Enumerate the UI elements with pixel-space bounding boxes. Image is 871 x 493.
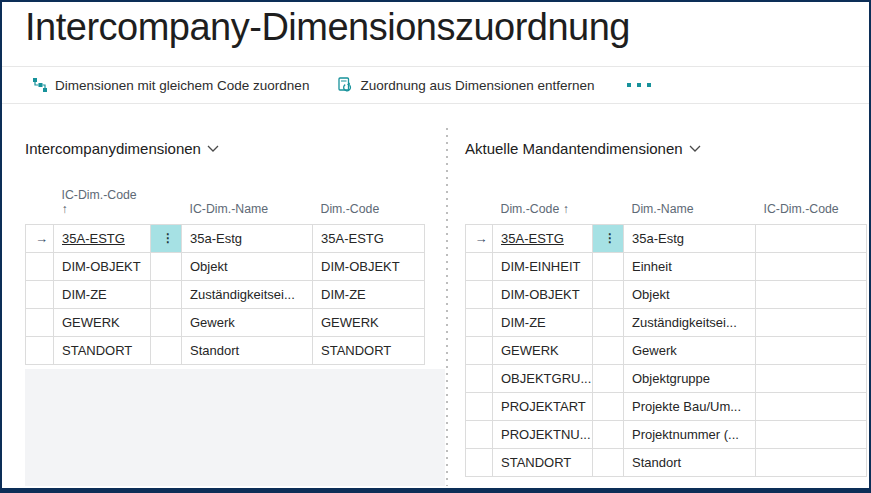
cell-ic-dim-name[interactable]: Zuständigkeitsei... xyxy=(182,280,313,308)
table-row[interactable]: OBJEKTGRU... Objektgruppe xyxy=(466,364,867,392)
cell-ic-dim-code[interactable] xyxy=(756,308,867,336)
cell-dim-name[interactable]: Standort xyxy=(624,448,756,476)
cell-dim-code[interactable]: STANDORT xyxy=(313,336,425,364)
selector-cell xyxy=(466,280,493,308)
table-row[interactable]: PROJEKTNU... Projektnummer (... xyxy=(466,420,867,448)
cell-dim-code[interactable]: PROJEKTART xyxy=(493,392,593,420)
selector-cell xyxy=(26,252,54,280)
cell-dim-name[interactable]: Einheit xyxy=(624,252,756,280)
cell-menu-column-header xyxy=(593,178,624,224)
table-row[interactable]: → 35A-ESTG ⋮ 35a-Estg 35A-ESTG xyxy=(26,224,425,252)
cell-dim-code[interactable]: DIM-ZE xyxy=(313,280,425,308)
cell-ic-dim-code[interactable] xyxy=(756,280,867,308)
column-label: Dim.-Code xyxy=(321,202,380,216)
cell-ic-dim-code[interactable] xyxy=(756,392,867,420)
cell-menu-placeholder xyxy=(593,280,624,308)
cell-ic-dim-code[interactable] xyxy=(756,420,867,448)
column-header-ic-dim-name[interactable]: IC-Dim.-Name xyxy=(182,178,313,224)
table-row[interactable]: PROJEKTART Projekte Bau/Um... xyxy=(466,392,867,420)
table-row[interactable]: DIM-EINHEIT Einheit xyxy=(466,252,867,280)
column-label: IC-Dim.-Name xyxy=(190,202,269,216)
cell-menu-column-header xyxy=(151,178,182,224)
cell-dim-code[interactable]: DIM-ZE xyxy=(493,308,593,336)
cell-ic-dim-code[interactable]: STANDORT xyxy=(54,336,151,364)
table-row[interactable]: DIM-OBJEKT Objekt xyxy=(466,280,867,308)
column-header-ic-dim-code[interactable]: IC-Dim.-Code xyxy=(756,178,867,224)
cell-dim-code[interactable]: STANDORT xyxy=(493,448,593,476)
left-panel-caption[interactable]: Intercompanydimensionen xyxy=(25,140,219,157)
selector-cell xyxy=(26,308,54,336)
table-row[interactable]: DIM-ZE Zuständigkeitsei... DIM-ZE xyxy=(26,280,425,308)
cell-ic-dim-code[interactable]: GEWERK xyxy=(54,308,151,336)
page-title: Intercompany-Dimensionszuordnung xyxy=(25,6,630,49)
cell-dim-code[interactable]: DIM-OBJEKT xyxy=(493,280,593,308)
cell-dim-code[interactable]: DIM-EINHEIT xyxy=(493,252,593,280)
chevron-down-icon xyxy=(689,145,701,153)
cell-dim-code[interactable]: GEWERK xyxy=(313,308,425,336)
table-row[interactable]: DIM-ZE Zuständigkeitsei... xyxy=(466,308,867,336)
cell-dim-code[interactable]: 35A-ESTG xyxy=(313,224,425,252)
selector-cell xyxy=(466,420,493,448)
cell-ic-dim-code[interactable]: DIM-OBJEKT xyxy=(54,252,151,280)
selected-row-arrow-icon: → xyxy=(466,224,493,252)
right-panel-caption-label: Aktuelle Mandantendimensionen xyxy=(465,140,683,157)
cell-dim-code[interactable]: OBJEKTGRU... xyxy=(493,364,593,392)
selector-cell xyxy=(26,280,54,308)
table-row[interactable]: GEWERK Gewerk xyxy=(466,336,867,364)
drilldown-link[interactable]: 35A-ESTG xyxy=(62,231,125,246)
cell-menu-icon[interactable]: ⋮ xyxy=(151,224,182,252)
cell-ic-dim-name[interactable]: Objekt xyxy=(182,252,313,280)
selector-cell xyxy=(466,364,493,392)
sort-ascending-icon: ↑ xyxy=(563,202,569,216)
cell-ic-dim-code[interactable] xyxy=(756,364,867,392)
cell-ic-dim-code[interactable]: DIM-ZE xyxy=(54,280,151,308)
cell-ic-dim-name[interactable]: 35a-Estg xyxy=(182,224,313,252)
cell-dim-name[interactable]: Objekt xyxy=(624,280,756,308)
action-label: Dimensionen mit gleichem Code zuordnen xyxy=(55,78,309,93)
cell-dim-code[interactable]: 35A-ESTG xyxy=(493,224,593,252)
cell-dim-name[interactable]: Gewerk xyxy=(624,336,756,364)
cell-dim-name[interactable]: Zuständigkeitsei... xyxy=(624,308,756,336)
column-header-dim-code[interactable]: Dim.-Code ↑ xyxy=(493,178,593,224)
cell-ic-dim-code[interactable] xyxy=(756,448,867,476)
cell-dim-name[interactable]: 35a-Estg xyxy=(624,224,756,252)
table-row[interactable]: → 35A-ESTG ⋮ 35a-Estg xyxy=(466,224,867,252)
column-label: IC-Dim.-Code xyxy=(62,188,137,202)
drilldown-link[interactable]: 35A-ESTG xyxy=(501,231,564,246)
cell-menu-placeholder xyxy=(593,392,624,420)
table-row[interactable]: DIM-OBJEKT Objekt DIM-OBJEKT xyxy=(26,252,425,280)
cell-dim-name[interactable]: Projekte Bau/Um... xyxy=(624,392,756,420)
cell-ic-dim-name[interactable]: Standort xyxy=(182,336,313,364)
sort-ascending-icon: ↑ xyxy=(62,202,68,216)
cell-dim-name[interactable]: Objektgruppe xyxy=(624,364,756,392)
cell-dim-code[interactable]: PROJEKTNU... xyxy=(493,420,593,448)
column-header-ic-dim-code[interactable]: IC-Dim.-Code ↑ xyxy=(54,178,151,224)
cell-ic-dim-code[interactable] xyxy=(756,224,867,252)
column-label: Dim.-Name xyxy=(632,202,694,216)
table-row[interactable]: STANDORT Standort xyxy=(466,448,867,476)
selector-cell xyxy=(466,392,493,420)
table-row[interactable]: STANDORT Standort STANDORT xyxy=(26,336,425,364)
more-actions-ellipsis-icon[interactable] xyxy=(627,83,651,87)
column-header-dim-name[interactable]: Dim.-Name xyxy=(624,178,756,224)
map-dimensions-action[interactable]: Dimensionen mit gleichem Code zuordnen xyxy=(32,77,309,93)
left-panel-caption-label: Intercompanydimensionen xyxy=(25,140,201,157)
selector-cell xyxy=(466,252,493,280)
cell-dim-code[interactable]: GEWERK xyxy=(493,336,593,364)
action-label: Zuordnung aus Dimensionen entfernen xyxy=(360,78,594,93)
table-row[interactable]: GEWERK Gewerk GEWERK xyxy=(26,308,425,336)
cell-ic-dim-code[interactable] xyxy=(756,336,867,364)
cell-menu-placeholder xyxy=(151,252,182,280)
cell-ic-dim-code[interactable]: 35A-ESTG xyxy=(54,224,151,252)
column-header-dim-code[interactable]: Dim.-Code xyxy=(313,178,425,224)
cell-menu-icon[interactable]: ⋮ xyxy=(593,224,624,252)
cell-dim-code[interactable]: DIM-OBJEKT xyxy=(313,252,425,280)
right-panel-caption[interactable]: Aktuelle Mandantendimensionen xyxy=(465,140,701,157)
cell-ic-dim-code[interactable] xyxy=(756,252,867,280)
selector-column-header xyxy=(26,178,54,224)
remove-mapping-action[interactable]: Zuordnung aus Dimensionen entfernen xyxy=(337,77,594,93)
cell-ic-dim-name[interactable]: Gewerk xyxy=(182,308,313,336)
cell-dim-name[interactable]: Projektnummer (... xyxy=(624,420,756,448)
cell-menu-placeholder xyxy=(593,364,624,392)
remove-mapping-icon xyxy=(337,77,353,93)
